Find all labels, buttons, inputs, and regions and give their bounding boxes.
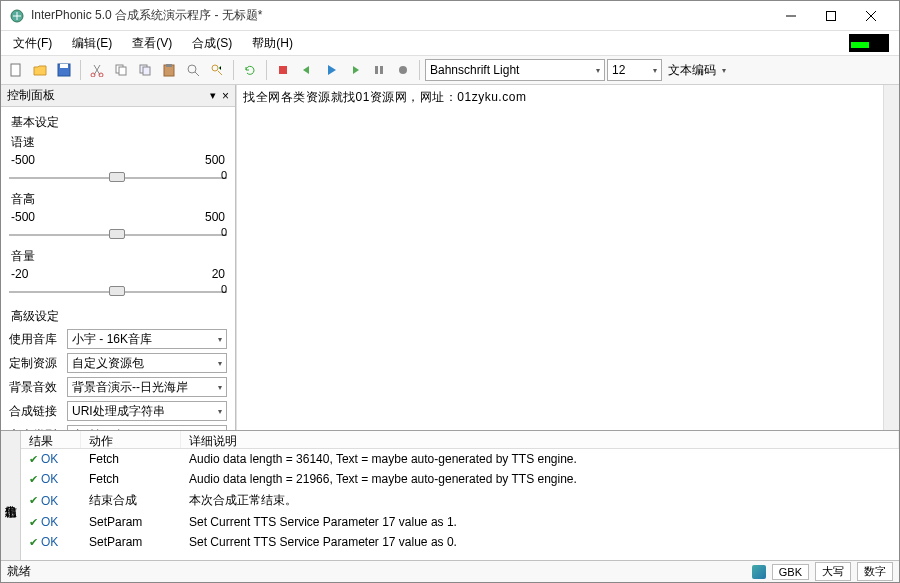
record-button[interactable] <box>392 59 414 81</box>
next-button[interactable] <box>344 59 366 81</box>
result-ok: OK <box>41 472 58 486</box>
table-row[interactable]: ✔OK结束合成本次合成正常结束。 <box>21 489 899 512</box>
table-row[interactable]: ✔OKSetParamSet Current TTS Service Param… <box>21 512 899 532</box>
speed-label: 语速 <box>11 134 35 151</box>
cell-detail: Set Current TTS Service Parameter 17 val… <box>181 534 899 550</box>
svg-rect-1 <box>827 11 836 20</box>
output-header: 结果 动作 详细说明 <box>21 431 899 449</box>
cell-detail: Set Current TTS Service Parameter 17 val… <box>181 514 899 530</box>
check-icon: ✔ <box>29 453 38 466</box>
table-row[interactable]: ✔OKFetchAudio data length = 36140, Text … <box>21 449 899 469</box>
cell-detail: Audio data length = 36140, Text = maybe … <box>181 451 899 467</box>
font-select[interactable]: Bahnschrift Light ▾ <box>425 59 605 81</box>
adv-select[interactable]: 背景音演示--日光海岸▾ <box>67 377 227 397</box>
font-size: 12 <box>612 63 625 77</box>
pitch-track[interactable]: 0 <box>9 226 227 244</box>
status-icon <box>752 565 766 579</box>
cell-detail: 本次合成正常结束。 <box>181 491 899 510</box>
pin-icon[interactable]: ▾ <box>210 89 216 102</box>
adv-label: 合成链接 <box>9 403 63 420</box>
adv-select[interactable]: 自定义资源包▾ <box>67 353 227 373</box>
chevron-down-icon: ▾ <box>218 359 222 368</box>
panel-title: 控制面板 ▾ × <box>1 85 235 107</box>
scrollbar-vertical[interactable] <box>883 85 899 430</box>
speed-value: 0 <box>221 169 227 181</box>
close-button[interactable] <box>851 2 891 30</box>
svg-rect-2 <box>11 64 20 76</box>
volume-label: 音量 <box>11 248 35 265</box>
copy-button[interactable] <box>110 59 132 81</box>
table-row[interactable]: ✔OKSetParamSet Current TTS Service Param… <box>21 532 899 552</box>
speed-track[interactable]: 0 <box>9 169 227 187</box>
pause-button[interactable] <box>368 59 390 81</box>
chevron-down-icon: ▾ <box>596 66 600 75</box>
speed-min: -500 <box>11 153 35 167</box>
cut-button[interactable] <box>86 59 108 81</box>
adv-label: 定制资源 <box>9 355 63 372</box>
adv-select[interactable]: URI处理成字符串▾ <box>67 401 227 421</box>
replace-button[interactable] <box>206 59 228 81</box>
volume-slider: 音量 -20 20 0 <box>9 247 227 304</box>
pitch-max: 500 <box>205 210 225 224</box>
chevron-down-icon[interactable]: ▾ <box>722 66 726 75</box>
find-button[interactable] <box>182 59 204 81</box>
prev-button[interactable] <box>296 59 318 81</box>
status-caps: 大写 <box>815 562 851 581</box>
editor-textarea[interactable]: 找全网各类资源就找01资源网，网址：01zyku.com <box>236 85 899 430</box>
pitch-min: -500 <box>11 210 35 224</box>
svg-rect-16 <box>375 66 378 74</box>
maximize-button[interactable] <box>811 2 851 30</box>
stop-button[interactable] <box>272 59 294 81</box>
check-icon: ✔ <box>29 473 38 486</box>
basic-settings-label: 基本设定 <box>9 110 227 133</box>
new-button[interactable] <box>5 59 27 81</box>
encoding-label: 文本编码 <box>664 62 720 79</box>
volume-value: 0 <box>221 283 227 295</box>
status-num: 数字 <box>857 562 893 581</box>
menu-view[interactable]: 查看(V) <box>124 32 180 55</box>
col-detail[interactable]: 详细说明 <box>181 431 899 448</box>
output-rows: ✔OKFetchAudio data length = 36140, Text … <box>21 449 899 560</box>
size-select[interactable]: 12 ▾ <box>607 59 662 81</box>
adv-value: URI处理成字符串 <box>72 403 165 420</box>
copy2-button[interactable] <box>134 59 156 81</box>
play-button[interactable] <box>320 59 342 81</box>
pitch-slider: 音高 -500 500 0 <box>9 190 227 247</box>
app-icon <box>9 8 25 24</box>
adv-select[interactable]: 小宇 - 16K音库▾ <box>67 329 227 349</box>
adv-row: 使用音库小宇 - 16K音库▾ <box>9 327 227 351</box>
result-ok: OK <box>41 452 58 466</box>
panel-title-text: 控制面板 <box>7 87 55 104</box>
status-encoding: GBK <box>772 564 809 580</box>
adv-value: 背景音演示--日光海岸 <box>72 379 188 396</box>
output-body: 结果 动作 详细说明 ✔OKFetchAudio data length = 3… <box>21 431 899 560</box>
save-button[interactable] <box>53 59 75 81</box>
cell-action: SetParam <box>81 534 181 550</box>
minimize-button[interactable] <box>771 2 811 30</box>
chevron-down-icon: ▾ <box>218 383 222 392</box>
menu-edit[interactable]: 编辑(E) <box>64 32 120 55</box>
refresh-button[interactable] <box>239 59 261 81</box>
table-row[interactable]: ✔OKFetchAudio data length = 21966, Text … <box>21 469 899 489</box>
open-button[interactable] <box>29 59 51 81</box>
paste-button[interactable] <box>158 59 180 81</box>
volume-track[interactable]: 0 <box>9 283 227 301</box>
status-ready: 就绪 <box>7 563 746 580</box>
output-tab[interactable]: 信息输出 <box>1 431 21 560</box>
menubar: 文件(F) 编辑(E) 查看(V) 合成(S) 帮助(H) <box>1 31 899 55</box>
speed-max: 500 <box>205 153 225 167</box>
panel-body: 基本设定 语速 -500 500 0 音高 -500 500 <box>1 107 235 430</box>
col-result[interactable]: 结果 <box>21 431 81 448</box>
panel-close-icon[interactable]: × <box>222 89 229 103</box>
advanced-settings-label: 高级设定 <box>9 304 227 327</box>
volume-min: -20 <box>11 267 28 281</box>
output-panel: 信息输出 结果 动作 详细说明 ✔OKFetchAudio data lengt… <box>1 430 899 560</box>
menu-file[interactable]: 文件(F) <box>5 32 60 55</box>
main-area: 控制面板 ▾ × 基本设定 语速 -500 500 0 音高 <box>1 85 899 430</box>
titlebar: InterPhonic 5.0 合成系统演示程序 - 无标题* <box>1 1 899 31</box>
check-icon: ✔ <box>29 536 38 549</box>
volume-max: 20 <box>212 267 225 281</box>
menu-help[interactable]: 帮助(H) <box>244 32 301 55</box>
col-action[interactable]: 动作 <box>81 431 181 448</box>
menu-synth[interactable]: 合成(S) <box>184 32 240 55</box>
